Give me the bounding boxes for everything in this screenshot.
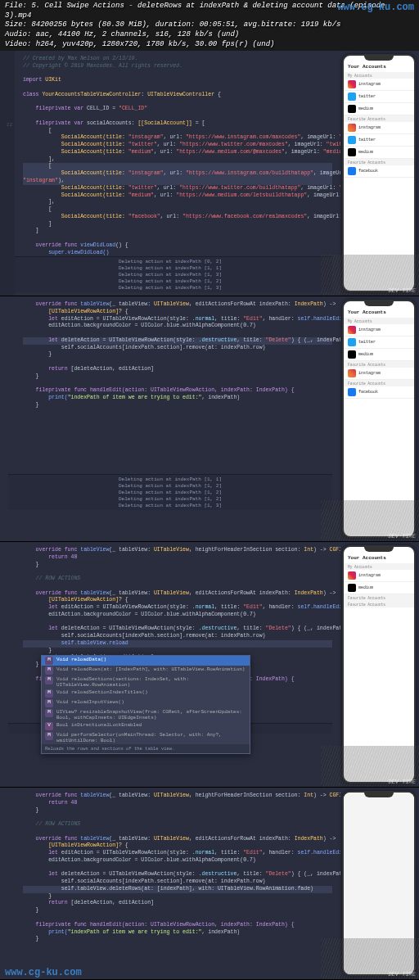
list-item[interactable]: twitter [344,336,414,349]
twitter-icon [348,338,356,346]
list-item[interactable]: instagram [344,79,414,91]
autocomplete-item-selected[interactable]: MVoid reloadData() [42,656,250,666]
sim-section-fav: Favorite Accounts [344,159,414,165]
gutter: 22 [0,51,15,296]
notch [364,547,394,552]
list-item[interactable]: twitter [344,134,414,147]
code-block: override func tableView(_ tableView: UIT… [23,793,332,943]
code-block: // Created by Max Nelson on 2/13/19. // … [23,56,332,256]
kind-method-icon: M [45,709,53,717]
kind-method-icon: M [45,657,53,665]
notch [364,56,394,61]
dev-time-watermark: DEV TIME [388,287,416,294]
instagram-icon [348,571,356,580]
list-item[interactable]: instagram [344,368,414,380]
twitter-icon [348,93,356,101]
sim-section-fav: Favorite Accounts [344,115,414,122]
video-frame-3: override func tableView(_ tableView: UIT… [0,542,419,788]
list-item[interactable]: instagram [344,570,414,582]
debug-console[interactable]: Deleting action at indexPath [1, 1] Dele… [8,474,332,510]
list-item[interactable]: facebook [344,386,414,399]
autocomplete-item[interactable]: MVoid reloadRows(at: [IndexPath], with: … [42,666,250,675]
list-item[interactable]: instagram [344,324,414,336]
list-item[interactable]: facebook [344,165,414,178]
kind-var-icon: V [45,722,53,730]
sim-section-fav: Favorite Accounts [344,361,414,368]
video-frame-2: override func tableView(_ tableView: UIT… [0,296,419,542]
twitter-icon [348,136,356,144]
debug-console[interactable]: Deleting action at indexPath [0, 2] Dele… [8,256,332,292]
dev-time-watermark: DEV TIME [388,971,416,978]
autocomplete-item[interactable]: MVoid reloadSections(sections: IndexSet,… [42,675,250,689]
sim-section-my: My Accounts [344,563,414,570]
autocomplete-footer: Reloads the rows and sections of the tab… [42,744,250,753]
notch [364,793,394,797]
watermark-bottom: www.cg-ku.com [5,967,82,978]
medium-icon [348,350,356,359]
video-frame-1: 22 // Created by Max Nelson on 2/13/19. … [0,51,419,296]
video-frame-4: override func tableView(_ tableView: UIT… [0,788,419,980]
instagram-icon [348,369,356,377]
sim-section-fav: Favorite Accounts [344,594,414,601]
kind-method-icon: M [45,732,53,740]
watermark-top: www.cg-ku.com [337,2,414,13]
dev-time-watermark: DEV TIME [388,533,416,540]
list-item[interactable]: medium [344,103,414,115]
kind-method-icon: M [45,699,53,707]
code-editor[interactable]: override func tableView(_ tableView: UIT… [0,788,340,979]
medium-icon [348,148,356,156]
kind-method-icon: M [45,689,53,698]
code-editor[interactable]: override func tableView(_ tableView: UIT… [0,542,340,787]
autocomplete-item[interactable]: MVoid reloadSectionIndexTitles() [42,689,250,698]
instagram-icon [348,326,356,334]
autocomplete-item[interactable]: MVoid reloadInputViews() [42,698,250,708]
sim-section-my: My Accounts [344,318,414,324]
list-item[interactable]: medium [344,147,414,159]
kind-method-icon: M [45,676,53,684]
instagram-icon [348,124,356,132]
list-item[interactable]: twitter [344,91,414,103]
code-editor[interactable]: 22 // Created by Max Nelson on 2/13/19. … [0,51,340,296]
autocomplete-popup[interactable]: MVoid reloadData() MVoid reloadRows(at: … [41,655,250,754]
list-item[interactable]: medium [344,582,414,594]
file-info-line: Size: 84200256 bytes (80.30 MiB), durati… [5,20,414,30]
code-block: override func tableView(_ tableView: UIT… [23,301,332,409]
sim-section-fav: Favorite Accounts [344,380,414,386]
facebook-icon [348,167,356,175]
instagram-icon [348,80,356,88]
file-info-line: Audio: aac, 44100 Hz, 2 channels, s16, 1… [5,30,414,40]
sim-section-my: My Accounts [344,72,414,79]
medium-icon [348,105,356,113]
facebook-icon [348,388,356,396]
list-item[interactable]: instagram [344,122,414,134]
file-info-line: Video: h264, yuv420p, 1280x720, 1780 kb/… [5,40,414,50]
autocomplete-item[interactable]: VBool isDirectionalLockEnabled [42,721,250,731]
list-item[interactable]: medium [344,349,414,361]
autocomplete-item[interactable]: MVoid performSelector(onMainThread: Sele… [42,731,250,744]
dev-time-watermark: DEV TIME [388,779,416,785]
notch [364,301,394,306]
kind-method-icon: M [45,666,53,675]
medium-icon [348,584,356,592]
code-editor[interactable]: override func tableView(_ tableView: UIT… [0,296,340,541]
sim-section-fav: Favorite Accounts [344,601,414,607]
autocomplete-item[interactable]: MUIView? resizableSnapshotView(from: CGR… [42,708,250,721]
